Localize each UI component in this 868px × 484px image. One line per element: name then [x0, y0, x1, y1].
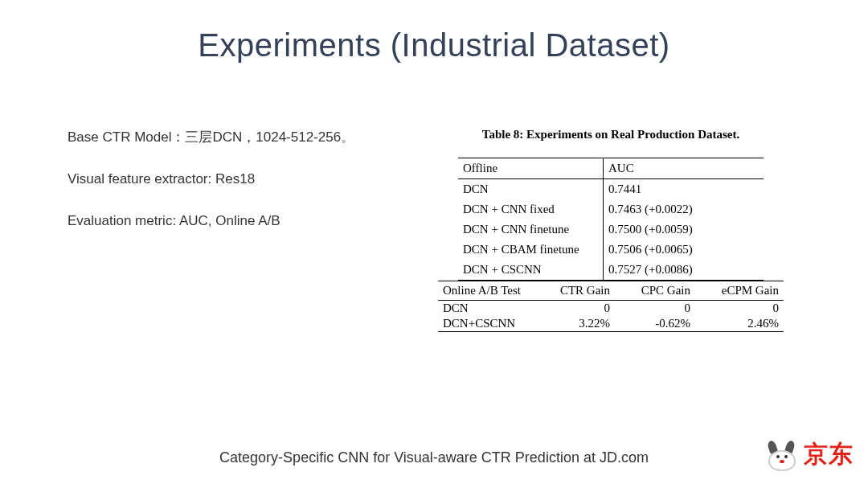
table-cell: 3.22%	[542, 317, 623, 330]
table-row: DCN + CNN finetune	[458, 219, 603, 240]
table-caption: Table 8: Experiments on Real Production …	[394, 128, 828, 142]
table-cell: 0.7506 (+0.0065)	[603, 240, 764, 260]
table-cell: 0.7500 (+0.0059)	[603, 219, 764, 240]
table-cell: 0.7463 (+0.0022)	[603, 199, 764, 219]
online-header: CTR Gain	[542, 284, 623, 297]
online-section: Online A/B Test CTR Gain CPC Gain eCPM G…	[438, 281, 784, 332]
online-header: eCPM Gain	[703, 284, 784, 297]
joy-mascot-icon	[762, 439, 800, 471]
online-header: Online A/B Test	[438, 284, 542, 297]
table-cell: -0.62%	[623, 317, 703, 330]
table-cell: 0.7527 (+0.0086)	[603, 260, 764, 280]
table-cell: 0.7441	[603, 179, 764, 199]
offline-section: Offline AUC DCN 0.7441 DCN + CNN fixed 0…	[458, 158, 764, 281]
bullet-item: Base CTR Model：三层DCN，1024-512-256。	[68, 128, 394, 147]
footer-text: Category-Specific CNN for Visual-aware C…	[0, 449, 868, 466]
table-row: DCN	[438, 301, 542, 315]
table-cell: 0	[542, 301, 623, 315]
bullet-item: Visual feature extractor: Res18	[68, 170, 394, 189]
results-table: Table 8: Experiments on Real Production …	[394, 128, 828, 332]
offline-header-auc: AUC	[603, 158, 764, 178]
table-row: DCN + CNN fixed	[458, 199, 603, 219]
table-row: DCN + CBAM finetune	[458, 240, 603, 260]
bullet-item: Evaluation metric: AUC, Online A/B	[68, 211, 394, 231]
table-row: DCN + CSCNN	[458, 260, 603, 280]
table-row: DCN	[458, 179, 603, 199]
jd-logo-text: 京东	[804, 438, 854, 471]
table-cell: 0	[623, 301, 703, 315]
table-cell: 2.46%	[703, 317, 784, 330]
content-area: Base CTR Model：三层DCN，1024-512-256。 Visua…	[0, 128, 868, 332]
slide-title: Experiments (Industrial Dataset)	[0, 27, 868, 64]
offline-header-label: Offline	[458, 158, 603, 178]
table-row: DCN+CSCNN	[438, 317, 542, 330]
online-header: CPC Gain	[623, 284, 703, 297]
table-cell: 0	[703, 301, 784, 315]
bullet-list: Base CTR Model：三层DCN，1024-512-256。 Visua…	[0, 128, 394, 332]
jd-logo: 京东	[762, 438, 854, 471]
